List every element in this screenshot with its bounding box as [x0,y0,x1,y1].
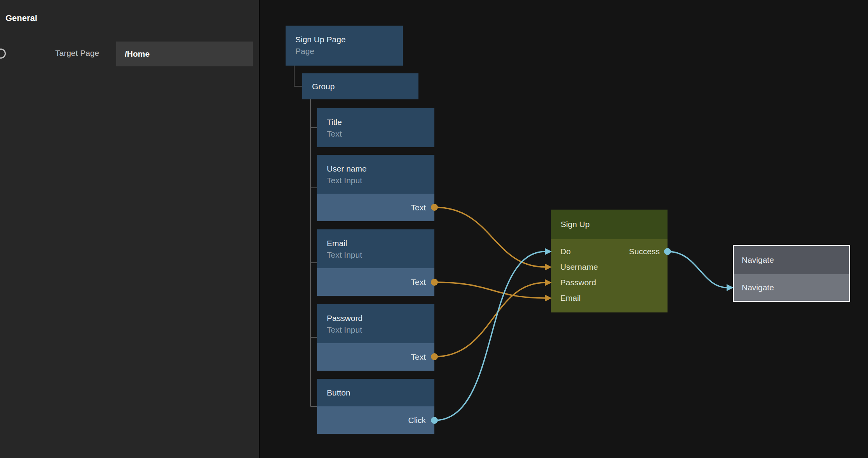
inspector-panel: General Target Page [0,0,260,458]
row-email: Email [560,290,660,306]
node-title: Email [317,238,434,249]
target-page-label: Target Page [55,49,99,58]
node-title: Password [317,312,434,324]
tree-connector-line [310,406,317,407]
node-navigate[interactable]: Navigate Navigate [733,245,850,302]
node-sign-up-action[interactable]: Sign Up Do Success Username Password Ema… [551,210,668,312]
tree-connector-line [294,86,302,87]
tree-connector-line [310,337,317,338]
output-port-success[interactable]: Success [629,247,660,256]
node-title-bar: Navigate [734,246,849,274]
node-title: Navigate [742,255,774,265]
node-subtitle: Text [317,128,434,140]
row-username: Username [560,259,660,275]
input-port-email[interactable]: Email [560,293,581,303]
node-title: Button [317,388,350,397]
output-row-text[interactable]: Text [317,343,434,371]
node-subtitle: Text Input [317,324,434,336]
output-port-label: Text [411,203,426,212]
row-do-success: Do Success [560,244,660,259]
section-title: General [5,13,37,23]
node-title: Title [317,116,434,128]
node-group[interactable]: Group [302,73,418,99]
node-subtitle: Text Input [317,249,434,261]
output-port-label: Text [411,352,426,362]
node-subtitle: Page [286,45,403,57]
tree-connector-line [310,127,317,128]
target-page-input[interactable] [116,42,253,66]
input-row-navigate[interactable]: Navigate [734,274,849,301]
node-sign-up-page[interactable]: Sign Up Page Page [286,26,403,66]
node-user-name[interactable]: User name Text Input Text [317,155,434,221]
input-port-username[interactable]: Username [560,262,598,272]
node-title-text[interactable]: Title Text [317,108,434,147]
node-email[interactable]: Email Text Input Text [317,229,434,296]
output-port-label: Click [408,416,426,425]
node-password[interactable]: Password Text Input Text [317,304,434,371]
node-button[interactable]: Button Click [317,379,434,434]
node-subtitle: Text Input [317,175,434,186]
output-port-label: Text [411,278,426,287]
input-port-do[interactable]: Do [560,247,571,256]
node-title: Sign Up [551,219,590,230]
node-title: Sign Up Page [286,34,403,45]
tree-connector-line [310,262,317,263]
output-row-text[interactable]: Text [317,194,434,221]
tree-connector-line [294,66,295,87]
tree-connector-line [310,99,311,406]
output-row-text[interactable]: Text [317,268,434,296]
node-title: Group [302,82,335,91]
input-port-password[interactable]: Password [560,278,596,287]
app-window: General Target Page Sign Up Page Page Gr… [0,0,868,458]
node-title: User name [317,163,434,175]
row-password: Password [560,275,660,290]
input-port-label: Navigate [742,283,774,292]
collapse-circle-icon[interactable] [0,49,6,59]
output-row-click[interactable]: Click [317,406,434,434]
tree-connector-line [310,187,317,188]
